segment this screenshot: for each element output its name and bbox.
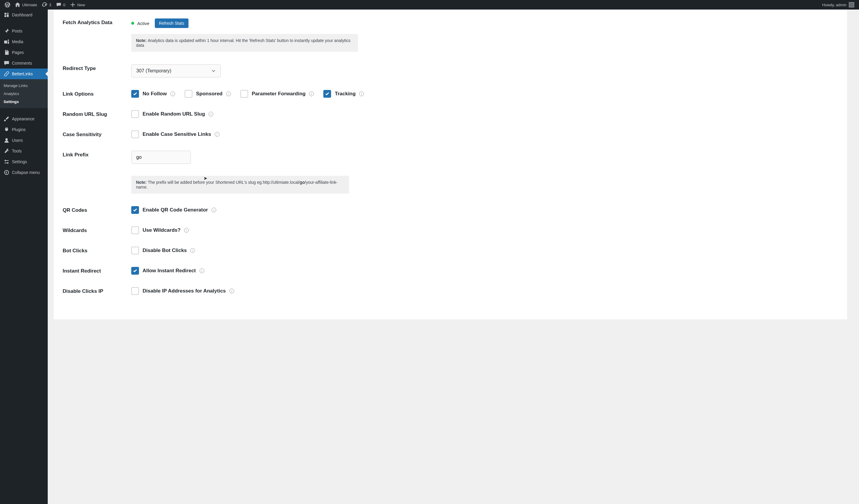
brush-icon [3,116,10,122]
label-disable-ip: Disable Clicks IP [63,287,131,294]
user-greeting[interactable]: Howdy, admin [822,2,857,7]
checkbox-disable-ip[interactable] [131,287,139,295]
collapse-menu[interactable]: Collapse menu [0,167,48,178]
instant-redirect-checkbox-label: Allow Instant Redirect [142,268,196,274]
sidebar-pages[interactable]: Pages [0,47,48,58]
status-text: Active [137,21,149,26]
new-content-link[interactable]: New [68,0,87,10]
checkbox-wildcards[interactable] [131,226,139,234]
user-icon [3,137,10,143]
checkbox-instant-redirect[interactable] [131,267,139,274]
pin-icon [3,28,10,34]
greeting-text: Howdy, admin [822,3,846,7]
comment-icon [3,60,10,66]
tracking-label: Tracking [335,91,356,97]
sidebar-users[interactable]: Users [0,135,48,146]
qr-codes-checkbox-label: Enable QR Code Generator [142,207,208,213]
prefix-note: Note: The prefix will be added before yo… [131,176,349,194]
refresh-stats-button[interactable]: Refresh Stats [155,18,189,28]
plugin-icon [3,127,10,132]
sidebar-settings[interactable]: Settings [0,156,48,167]
label-case-sensitivity: Case Sensitivity [63,130,131,138]
site-name-link[interactable]: Ultimiate [13,0,40,10]
no-follow-label: No Follow [142,91,167,97]
chevron-down-icon [211,69,216,73]
checkbox-random-slug[interactable] [131,110,139,118]
sidebar-sub-analytics[interactable]: Analytics [0,90,48,98]
label-redirect-type: Redirect Type [63,64,131,72]
link-prefix-input[interactable] [131,151,191,164]
wp-logo[interactable] [2,0,13,10]
case-sensitive-checkbox-label: Enable Case Sensitive Links [142,131,211,137]
plus-icon [70,2,75,7]
status-active-dot [131,22,134,25]
checkbox-bot-clicks[interactable] [131,247,139,254]
sidebar-tools[interactable]: Tools [0,146,48,156]
info-icon[interactable]: i [170,92,175,96]
checkbox-sponsored[interactable] [185,90,192,98]
label-instant-redirect: Instant Redirect [63,267,131,274]
admin-sidebar: Dashboard Posts Media Pages Comments Bet… [0,10,48,504]
checkbox-no-follow[interactable] [131,90,139,98]
sidebar-plugins[interactable]: Plugins [0,124,48,135]
main-content: Fetch Analytics Data Active Refresh Stat… [48,10,859,504]
info-icon[interactable]: i [199,268,204,273]
sidebar-sub-settings[interactable]: Settings [0,98,48,106]
disable-ip-checkbox-label: Disable IP Addresses for Analytics [142,288,226,294]
admin-top-bar: Ultimiate 3 0 New Howdy, admin [0,0,859,10]
label-fetch-analytics: Fetch Analytics Data [63,18,131,26]
sliders-icon [3,159,10,165]
checkbox-param-forwarding[interactable] [240,90,248,98]
avatar-icon [849,2,854,7]
link-icon [3,71,10,77]
info-icon[interactable]: i [226,92,231,96]
label-qr-codes: QR Codes [63,206,131,213]
comments-link[interactable]: 0 [54,0,68,10]
random-slug-checkbox-label: Enable Random URL Slug [142,111,205,117]
dashboard-icon [3,12,10,18]
redirect-type-select[interactable]: 307 (Temporary) [131,64,221,77]
param-fwd-label: Parameter Forwarding [252,91,305,97]
checkbox-case-sensitive[interactable] [131,130,139,138]
sidebar-media[interactable]: Media [0,36,48,47]
site-name-text: Ultimiate [22,3,37,7]
info-icon[interactable]: i [359,92,364,96]
info-icon[interactable]: i [309,92,314,96]
label-link-options: Link Options [63,90,131,97]
updates-count: 3 [49,3,51,7]
sidebar-appearance[interactable]: Appearance [0,113,48,124]
wrench-icon [3,148,10,154]
home-icon [15,2,20,7]
sidebar-dashboard[interactable]: Dashboard [0,10,48,20]
sidebar-sub-manage-links[interactable]: Manage Links [0,82,48,90]
sidebar-comments[interactable]: Comments [0,58,48,68]
label-bot-clicks: Bot Clicks [63,247,131,254]
bot-clicks-checkbox-label: Disable Bot Clicks [142,248,187,253]
updates-link[interactable]: 3 [40,0,54,10]
comments-count: 0 [63,3,65,7]
wildcards-checkbox-label: Use Wildcards? [142,227,180,233]
label-link-prefix: Link Prefix [63,151,131,158]
checkbox-tracking[interactable] [323,90,331,98]
label-random-slug: Random URL Slug [63,110,131,117]
sidebar-betterlinks[interactable]: BetterLinks [0,68,48,79]
sidebar-posts[interactable]: Posts [0,26,48,36]
info-icon[interactable]: i [184,228,189,233]
new-label: New [77,3,85,7]
checkbox-qr-codes[interactable] [131,206,139,214]
comment-icon [56,2,61,7]
info-icon[interactable]: i [209,112,213,116]
info-icon[interactable]: i [215,132,220,137]
collapse-icon [3,170,10,175]
info-icon[interactable]: i [229,289,234,294]
info-icon[interactable]: i [211,208,216,212]
media-icon [3,39,10,45]
sidebar-betterlinks-submenu: Manage Links Analytics Settings [0,79,48,108]
label-wildcards: Wildcards [63,226,131,234]
analytics-note: Note: Analytics data is updated within 1… [131,34,358,52]
svg-point-0 [4,170,9,175]
redirect-type-value: 307 (Temporary) [136,68,171,74]
info-icon[interactable]: i [190,248,195,253]
pages-icon [3,49,10,56]
refresh-icon [42,2,47,7]
